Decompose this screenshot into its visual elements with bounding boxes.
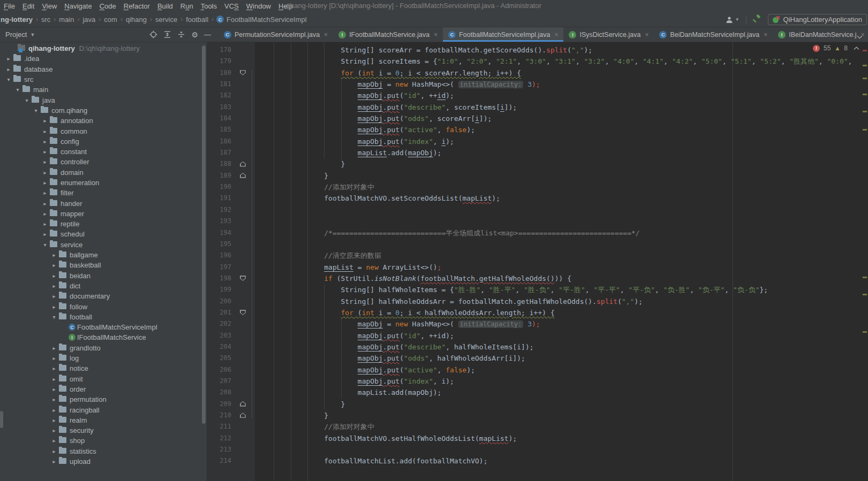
menu-run[interactable]: Run (177, 2, 197, 10)
tree-item-com.qihang[interactable]: ▾com.qihang (0, 105, 207, 116)
user-icon[interactable]: ▼ (726, 16, 739, 24)
menu-tools[interactable]: Tools (197, 2, 221, 10)
tree-chevron-icon[interactable]: ▸ (41, 170, 49, 175)
tree-chevron-icon[interactable]: ▸ (41, 201, 49, 207)
tree-chevron-icon[interactable]: ▾ (13, 87, 22, 93)
menu-view[interactable]: View (38, 2, 61, 10)
tree-chevron-icon[interactable]: ▸ (50, 448, 58, 454)
tree-item-statistics[interactable]: ▸statistics (0, 446, 207, 456)
tree-chevron-icon[interactable]: ▸ (50, 355, 58, 361)
tree-item-common[interactable]: ▸common (0, 126, 207, 136)
breadcrumb-item-java[interactable]: java (82, 16, 96, 24)
tree-item-documentary[interactable]: ▸documentary (0, 291, 207, 301)
tree-chevron-icon[interactable]: ▸ (4, 66, 13, 72)
tree-item-constant[interactable]: ▸constant (0, 147, 207, 157)
tree-item-FootballMatchServiceImpl[interactable]: CFootballMatchServiceImpl (0, 322, 207, 332)
tree-chevron-icon[interactable]: ▸ (41, 139, 49, 144)
tab-BeiDanMatchServiceImpl.java[interactable]: CBeiDanMatchServiceImpl.java× (654, 27, 773, 42)
menu-edit[interactable]: Edit (19, 2, 38, 10)
fold-marker[interactable] (240, 401, 246, 407)
tree-item-omit[interactable]: ▸omit (0, 374, 207, 384)
fold-marker[interactable] (240, 276, 246, 281)
tree-item-notice[interactable]: ▸notice (0, 363, 207, 373)
chevron-up-icon[interactable] (854, 44, 859, 52)
tree-item-database[interactable]: ▸database (0, 64, 207, 74)
menu-window[interactable]: Window (243, 2, 275, 10)
tree-chevron-icon[interactable]: ▾ (32, 108, 40, 113)
error-stripe[interactable] (862, 42, 868, 481)
tree-chevron-icon[interactable]: ▸ (50, 376, 58, 382)
locate-file-icon[interactable] (149, 30, 157, 39)
tree-chevron-icon[interactable]: ▸ (50, 396, 58, 402)
tree-item-beidan[interactable]: ▸beidan (0, 271, 207, 281)
menu-refactor[interactable]: Refactor (120, 2, 154, 10)
breadcrumb-item-com[interactable]: com (103, 16, 118, 24)
breadcrumb-item-src[interactable]: src (41, 16, 51, 24)
tree-chevron-icon[interactable]: ▸ (41, 180, 49, 186)
tree-item-security[interactable]: ▸security (0, 425, 207, 436)
tree-chevron-icon[interactable]: ▸ (41, 231, 49, 237)
breadcrumb-item-FootballMatchServiceImpl[interactable]: FootballMatchServiceImpl (226, 16, 307, 24)
tree-chevron-icon[interactable]: ▸ (41, 190, 49, 196)
tree-item-reptile[interactable]: ▸reptile (0, 219, 207, 229)
tree-item-service[interactable]: ▾service (0, 240, 207, 250)
tree-item-.idea[interactable]: ▸.idea (0, 54, 207, 64)
tab-close-icon[interactable]: × (434, 31, 437, 39)
collapse-all-icon[interactable] (177, 30, 185, 39)
run-configuration-select[interactable]: ✕ QiHangLotteryApplication (768, 14, 867, 25)
tree-item-ballgame[interactable]: ▸ballgame (0, 250, 207, 260)
tree-chevron-icon[interactable]: ▸ (41, 149, 49, 155)
menu-build[interactable]: Build (154, 2, 177, 10)
tab-close-icon[interactable]: × (645, 31, 648, 39)
tree-chevron-icon[interactable]: ▸ (41, 128, 49, 134)
tree-chevron-icon[interactable]: ▸ (50, 459, 58, 464)
tree-chevron-icon[interactable]: ▸ (50, 262, 58, 268)
fold-marker[interactable] (240, 173, 246, 178)
tree-chevron-icon[interactable]: ▸ (4, 56, 13, 62)
fold-marker[interactable] (240, 413, 246, 418)
tree-chevron-icon[interactable]: ▸ (41, 118, 49, 124)
tree-item-basketball[interactable]: ▸basketball (0, 260, 207, 270)
expand-all-icon[interactable] (163, 30, 171, 39)
tree-item-config[interactable]: ▸config (0, 136, 207, 147)
project-tree-scrollbar[interactable] (202, 45, 206, 424)
tree-item-realm[interactable]: ▸realm (0, 415, 207, 425)
tree-item-domain[interactable]: ▸domain (0, 167, 207, 178)
tree-chevron-icon[interactable]: ▸ (41, 211, 49, 217)
tree-item-mapper[interactable]: ▸mapper (0, 209, 207, 219)
tree-item-qihang-lottery[interactable]: qihang-lotteryD:\qh\qihang-lottery (0, 43, 207, 54)
tree-item-controller[interactable]: ▸controller (0, 157, 207, 167)
tab-close-icon[interactable]: × (324, 31, 328, 39)
menu-file[interactable]: File (0, 2, 19, 10)
tree-chevron-icon[interactable]: ▸ (50, 427, 58, 433)
tree-chevron-icon[interactable]: ▸ (50, 252, 58, 258)
tree-chevron-icon[interactable]: ▸ (50, 438, 58, 444)
tree-chevron-icon[interactable]: ▸ (50, 407, 58, 413)
tree-item-follow[interactable]: ▸follow (0, 301, 207, 311)
tree-item-permutation[interactable]: ▸permutation (0, 394, 207, 404)
tab-list-chevron-icon[interactable] (857, 32, 863, 41)
tree-item-enumeration[interactable]: ▸enumeration (0, 178, 207, 188)
breadcrumb-item-football[interactable]: football (185, 16, 209, 24)
tree-chevron-icon[interactable]: ▾ (4, 77, 13, 82)
tab-close-icon[interactable]: × (554, 31, 558, 39)
tree-item-hander[interactable]: ▸hander (0, 198, 207, 208)
fold-marker[interactable] (240, 310, 246, 315)
tree-chevron-icon[interactable]: ▸ (50, 283, 58, 289)
tree-chevron-icon[interactable]: ▸ (50, 365, 58, 371)
tree-chevron-icon[interactable]: ▾ (41, 242, 49, 248)
fold-marker[interactable] (240, 70, 246, 75)
tree-chevron-icon[interactable]: ▸ (50, 417, 58, 423)
hide-panel-icon[interactable]: — (204, 30, 211, 39)
tab-PermutationServiceImpl.java[interactable]: CPermutationServiceImpl.java× (218, 27, 333, 42)
tab-FootballMatchServiceImpl.java[interactable]: CFootballMatchServiceImpl.java× (443, 27, 563, 42)
tree-chevron-icon[interactable]: ▸ (50, 293, 58, 299)
tree-item-main[interactable]: ▾main (0, 85, 207, 95)
tree-item-dict[interactable]: ▸dict (0, 281, 207, 291)
tab-close-icon[interactable]: × (764, 31, 767, 39)
fold-marker[interactable] (240, 162, 246, 167)
tree-item-order[interactable]: ▸order (0, 384, 207, 394)
breadcrumb-item-main[interactable]: main (58, 16, 74, 24)
tree-chevron-icon[interactable]: ▸ (41, 159, 49, 165)
breadcrumb-item-ng-lottery[interactable]: ng-lottery (0, 16, 33, 24)
